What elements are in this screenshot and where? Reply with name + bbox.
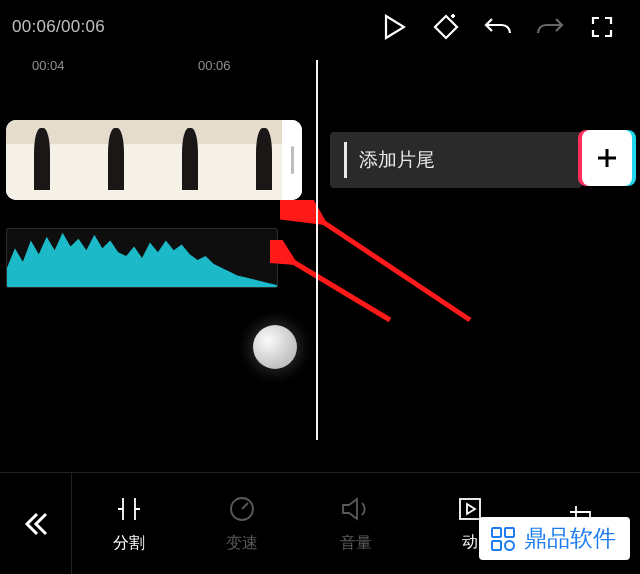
- svg-line-1: [290, 260, 390, 320]
- svg-rect-4: [492, 528, 501, 537]
- undo-icon: [484, 15, 512, 39]
- add-end-handle: [344, 142, 347, 178]
- tool-speed[interactable]: 变速: [186, 494, 300, 554]
- undo-button[interactable]: [472, 0, 524, 54]
- waveform-icon: [7, 229, 277, 287]
- video-clip[interactable]: [6, 120, 302, 200]
- top-toolbar: 00:06/00:06: [0, 0, 640, 54]
- tool-label: 变速: [226, 533, 258, 554]
- clip-thumbnail: [154, 120, 228, 200]
- add-end-label: 添加片尾: [359, 147, 435, 173]
- speed-icon: [227, 494, 257, 524]
- timeline-ruler[interactable]: 00:04 00:06: [0, 54, 640, 80]
- tool-label: 分割: [113, 533, 145, 554]
- add-ending-clip[interactable]: 添加片尾: [330, 132, 582, 188]
- audio-track[interactable]: [6, 228, 278, 288]
- watermark-label: 鼎品软件: [524, 523, 616, 554]
- fullscreen-button[interactable]: [576, 0, 628, 54]
- plus-icon: [594, 145, 620, 171]
- play-button[interactable]: [368, 0, 420, 54]
- back-button[interactable]: [0, 473, 72, 575]
- tool-label: 音量: [340, 533, 372, 554]
- add-clip-button[interactable]: [582, 130, 632, 186]
- timeline-scrub-knob[interactable]: [253, 325, 297, 369]
- redo-button[interactable]: [524, 0, 576, 54]
- clip-thumbnail: [6, 120, 80, 200]
- split-icon: [114, 494, 144, 524]
- timeline-panel[interactable]: 添加片尾: [0, 80, 640, 440]
- svg-rect-6: [492, 541, 501, 550]
- clip-thumbnail: [80, 120, 154, 200]
- playback-time: 00:06/00:06: [12, 17, 105, 37]
- ruler-tick: 00:04: [32, 58, 65, 73]
- ruler-tick: 00:06: [198, 58, 231, 73]
- annotation-arrow: [270, 240, 400, 330]
- volume-icon: [340, 494, 372, 524]
- tool-split[interactable]: 分割: [72, 494, 186, 554]
- expand-icon: [590, 15, 614, 39]
- watermark-badge: 鼎品软件: [479, 517, 630, 560]
- playhead[interactable]: [316, 60, 318, 440]
- svg-rect-3: [460, 499, 480, 519]
- diamond-plus-icon: [431, 12, 461, 42]
- tool-volume[interactable]: 音量: [299, 494, 413, 554]
- redo-icon: [536, 15, 564, 39]
- keyframe-button[interactable]: [420, 0, 472, 54]
- chevron-double-left-icon: [21, 509, 51, 539]
- app-logo-icon: [489, 525, 517, 553]
- clip-right-handle[interactable]: [282, 120, 302, 200]
- tool-label: 动: [462, 532, 478, 553]
- svg-point-7: [505, 541, 514, 550]
- play-icon: [382, 14, 406, 40]
- svg-rect-5: [505, 528, 514, 537]
